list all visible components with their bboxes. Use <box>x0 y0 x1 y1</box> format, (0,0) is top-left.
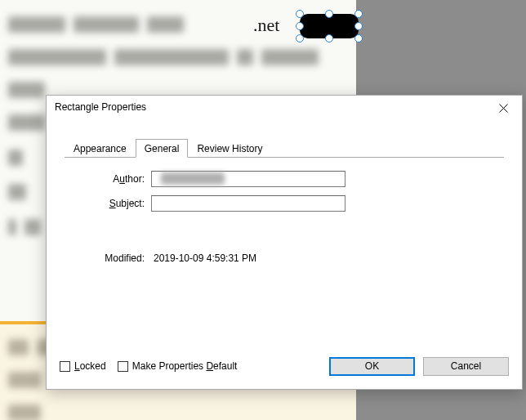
tab-review-history[interactable]: Review History <box>188 139 271 158</box>
resize-handle-bl[interactable] <box>296 34 304 42</box>
subject-label: Subject: <box>69 198 151 209</box>
author-input[interactable] <box>151 171 345 187</box>
make-default-label: Make Properties Default <box>132 360 238 372</box>
form-area: Author: Subject: Modified: 2019-10-09 4:… <box>65 158 504 343</box>
locked-checkbox[interactable]: Locked <box>60 360 106 372</box>
close-button[interactable] <box>485 96 522 120</box>
resize-handle-bm[interactable] <box>325 34 333 42</box>
subject-input[interactable] <box>151 195 345 212</box>
modified-value: 2019-10-09 4:59:31 PM <box>151 252 256 264</box>
resize-handle-tl[interactable] <box>296 10 304 18</box>
rectangle-properties-dialog: Rectangle Properties Appearance General … <box>46 95 523 390</box>
screenshot-stage: .net Rectangle Properties Appearance Gen… <box>0 0 526 420</box>
locked-label: Locked <box>74 360 106 372</box>
checkbox-box <box>60 361 70 372</box>
rectangle-annotation[interactable] <box>297 11 361 41</box>
modified-label: Modified: <box>69 252 151 264</box>
resize-handle-br[interactable] <box>354 34 363 42</box>
make-default-checkbox[interactable]: Make Properties Default <box>118 360 238 372</box>
tab-general[interactable]: General <box>136 139 189 158</box>
dialog-footer: Locked Make Properties Default OK Cancel <box>60 355 509 378</box>
ok-button[interactable]: OK <box>329 357 415 376</box>
cancel-button[interactable]: Cancel <box>423 357 509 376</box>
resize-handle-ml[interactable] <box>296 22 304 30</box>
dialog-title: Rectangle Properties <box>55 101 146 113</box>
author-label: Author: <box>69 173 151 185</box>
resize-handle-tm[interactable] <box>325 10 333 18</box>
tab-strip: Appearance General Review History <box>65 138 504 158</box>
document-text-net: .net <box>253 15 279 36</box>
close-icon <box>499 104 508 113</box>
checkbox-box <box>118 361 128 372</box>
resize-handle-mr[interactable] <box>354 22 363 30</box>
tab-appearance[interactable]: Appearance <box>65 139 136 158</box>
resize-handle-tr[interactable] <box>354 10 363 18</box>
